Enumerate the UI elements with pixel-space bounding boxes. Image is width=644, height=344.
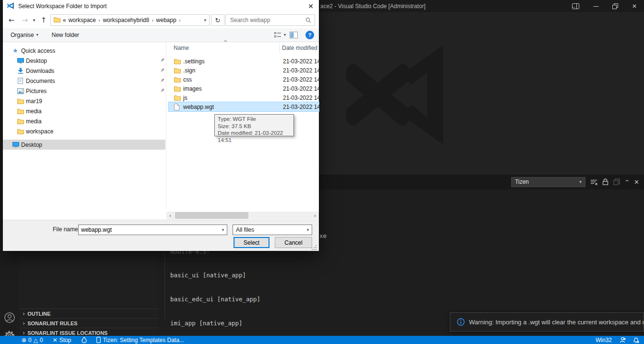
column-header-date-modified[interactable]: Date modified xyxy=(282,42,317,54)
file-name-input[interactable] xyxy=(79,226,219,233)
file-row-css[interactable]: css 21-03-2022 14:5 xyxy=(169,75,319,84)
sidebar-item-quick-access[interactable]: ★ Quick access xyxy=(3,46,165,56)
column-divider[interactable] xyxy=(316,43,316,53)
chevron-right-icon: › xyxy=(98,18,100,23)
breadcrumb-webapp[interactable]: webapp xyxy=(156,17,176,24)
duplicate-terminal-icon[interactable] xyxy=(613,178,620,185)
file-row-sign[interactable]: .sign 21-03-2022 14:5 xyxy=(169,66,319,75)
clear-terminal-icon[interactable] xyxy=(590,179,597,185)
terminal-profile-select[interactable]: Tizen ▾ xyxy=(511,177,585,187)
feedback-icon[interactable] xyxy=(620,337,626,343)
sidebar-item-label: mar19 xyxy=(26,98,42,105)
sidebar-item-documents[interactable]: Documents xyxy=(3,76,165,86)
organise-button[interactable]: Organise ▾ xyxy=(11,32,38,38)
quick-access-label: Quick access xyxy=(21,47,55,54)
file-icon xyxy=(174,104,179,110)
customize-layout-icon[interactable] xyxy=(566,0,585,12)
file-name-combobox[interactable]: ▾ xyxy=(78,225,227,235)
section-outline[interactable]: › OUTLINE xyxy=(19,308,158,318)
select-button[interactable]: Select xyxy=(234,237,269,248)
device-icon xyxy=(96,337,101,343)
file-row-webapp-wgt-selected[interactable]: webapp.wgt 21-03-2022 14:5 xyxy=(169,102,319,111)
resize-grip-icon[interactable] xyxy=(312,245,316,251)
cancel-button[interactable]: Cancel xyxy=(275,237,312,248)
chevron-right-icon: › xyxy=(152,18,153,23)
account-icon[interactable] xyxy=(4,312,15,325)
file-name: webapp.wgt xyxy=(183,104,214,110)
warning-count: 0 xyxy=(40,337,43,344)
sidebar-item-desktop[interactable]: Desktop xyxy=(3,56,165,66)
problems-status[interactable]: ⊗ 0 △ 0 xyxy=(22,337,43,344)
sidebar-item-downloads[interactable]: Downloads xyxy=(3,66,165,76)
search-input[interactable] xyxy=(229,16,305,24)
forward-icon[interactable]: → xyxy=(19,12,31,28)
column-header-name[interactable]: Name xyxy=(174,42,189,54)
sidebar-item-pictures[interactable]: Pictures xyxy=(3,86,165,96)
address-bar[interactable]: « workspace › workspacehybrid8 › webapp … xyxy=(50,14,210,26)
cancel-button-label: Cancel xyxy=(284,239,302,246)
notification-text: Warning: Importing a .wgt will clear the… xyxy=(469,319,644,326)
column-divider[interactable] xyxy=(279,43,280,53)
tizen-status-text: Tizen: Setting Templates Data... xyxy=(103,337,184,344)
new-folder-button[interactable]: New folder xyxy=(52,32,79,38)
scroll-left-icon[interactable]: ‹ xyxy=(166,212,174,219)
lock-icon[interactable] xyxy=(602,178,609,185)
back-icon[interactable]: ← xyxy=(6,12,17,28)
sidebar-item-media-2[interactable]: media xyxy=(3,116,165,126)
file-row-settings[interactable]: .settings 21-03-2022 14:5 xyxy=(169,57,319,66)
sidebar-item-desktop-root-selected[interactable]: Desktop xyxy=(3,140,165,150)
stop-button[interactable]: ✕ Stop xyxy=(53,337,71,344)
sidebar-item-mar19[interactable]: mar19 xyxy=(3,96,165,106)
up-icon[interactable]: ↑ xyxy=(38,12,49,28)
view-mode-button[interactable]: ▾ xyxy=(274,32,286,38)
folder-icon xyxy=(17,129,24,134)
sidebar-item-media[interactable]: media xyxy=(3,106,165,116)
notification-toast[interactable]: Warning: Importing a .wgt will clear the… xyxy=(450,312,644,332)
file-name-label: File name: xyxy=(53,226,80,233)
breadcrumb-workspace[interactable]: workspace xyxy=(69,17,96,24)
notifications-bell-icon[interactable] xyxy=(633,337,639,344)
search-box[interactable] xyxy=(225,14,315,26)
sidebar-item-label: Documents xyxy=(26,78,55,84)
file-date: 21-03-2022 14:5 xyxy=(283,95,325,101)
scrollbar-thumb[interactable] xyxy=(175,212,248,219)
chevron-down-icon: ▾ xyxy=(284,33,286,37)
refresh-button[interactable]: ↻ xyxy=(211,14,224,26)
horizontal-scrollbar[interactable]: ‹ › xyxy=(166,212,319,219)
tooltip-date: Date modified: 21-03-2022 14:51 xyxy=(218,130,291,143)
history-chevron-icon[interactable]: ▾ xyxy=(31,12,37,28)
scroll-right-icon[interactable]: › xyxy=(311,212,319,219)
section-sonarlint-rules[interactable]: › SONARLINT RULES xyxy=(19,318,158,328)
folder-icon xyxy=(174,86,181,92)
help-button[interactable]: ? xyxy=(305,31,314,39)
chevron-down-icon[interactable]: ▾ xyxy=(219,228,227,232)
file-type-select[interactable]: All files ▾ xyxy=(233,225,312,235)
folder-icon xyxy=(174,59,181,64)
file-name: css xyxy=(183,76,192,83)
sonarlint-flame-icon[interactable] xyxy=(82,337,87,343)
tizen-status[interactable]: Tizen: Setting Templates Data... xyxy=(96,337,184,344)
platform-indicator[interactable]: Win32 xyxy=(596,337,612,344)
file-row-images[interactable]: images 21-03-2022 14:5 xyxy=(169,84,319,93)
panel-maximize-icon[interactable]: ^ xyxy=(625,179,629,185)
breadcrumb-workspacehybrid8[interactable]: workspacehybrid8 xyxy=(103,17,149,24)
preview-pane-icon[interactable] xyxy=(290,32,298,38)
pin-icon xyxy=(160,88,165,95)
address-dropdown-icon[interactable]: ▾ xyxy=(204,18,206,23)
organise-label: Organise xyxy=(11,32,34,38)
dialog-close-button[interactable]: ✕ xyxy=(303,0,319,12)
minimize-button[interactable]: — xyxy=(586,0,606,12)
dialog-title: Select Workspace Folder to Import xyxy=(18,3,107,10)
panel-close-icon[interactable]: ✕ xyxy=(634,179,639,185)
file-type-value: All files xyxy=(236,226,254,233)
restore-button[interactable] xyxy=(606,0,625,12)
picture-icon xyxy=(17,88,24,94)
sidebar-item-workspace[interactable]: workspace xyxy=(3,126,165,136)
close-window-button[interactable]: ✕ xyxy=(625,0,644,12)
folder-icon xyxy=(174,68,181,73)
document-icon xyxy=(17,78,23,84)
file-row-js[interactable]: js 21-03-2022 14:5 xyxy=(169,93,319,102)
chevron-right-icon: › xyxy=(23,310,25,317)
stop-label: Stop xyxy=(59,337,71,344)
terminal-line: basic_ui [native_app] xyxy=(170,272,268,280)
